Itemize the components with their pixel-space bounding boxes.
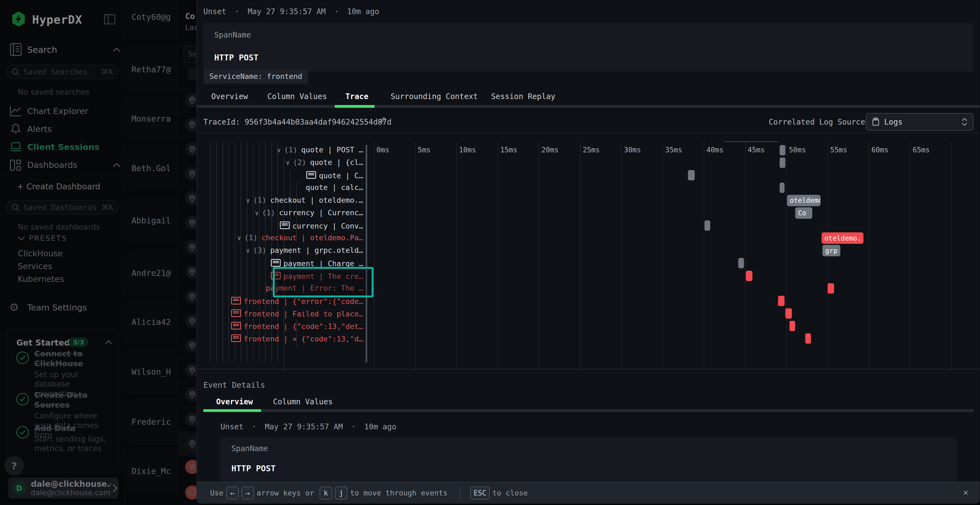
span-row-label[interactable]: frontend | Failed to place… (231, 309, 363, 318)
span-row-text: frontend | Failed to place… (243, 310, 363, 318)
grid-line (374, 141, 374, 369)
span-bar[interactable] (778, 296, 784, 306)
keyboard-hints-bar: Use ← → arrow keys or k j to move throug… (197, 481, 980, 503)
span-bar[interactable]: Co (795, 207, 812, 219)
log-event-icon (231, 322, 241, 329)
tab-session-replay[interactable]: Session Replay (491, 92, 555, 101)
event-status-line: Unset · May 27 9:35:57 AM · 10m ago (204, 7, 379, 16)
tick-label: 50ms (789, 146, 806, 154)
event-status-line: Unset · May 27 9:35:57 AM · 10m ago (221, 422, 396, 431)
child-count: (1) (244, 233, 258, 242)
esc-key[interactable]: ESC (470, 486, 490, 500)
span-bar[interactable]: grp (822, 245, 840, 256)
tick-label: 25ms (583, 146, 600, 154)
chevron-down-icon[interactable]: ∨ (237, 234, 241, 242)
tick-label: 60ms (871, 146, 889, 154)
close-icon[interactable]: ✕ (963, 487, 968, 497)
chevron-down-icon[interactable]: ∨ (277, 146, 281, 154)
span-row-label[interactable]: ∨(1)checkout | oteldemo.Pa… (237, 233, 363, 242)
chevron-down-icon[interactable]: ∨ (246, 247, 250, 254)
j-key[interactable]: j (335, 486, 347, 500)
correlated-log-source-label: Correlated Log Source (769, 118, 865, 127)
trace-id: TraceId: 956f3b4a44b03aa4daf946242554d87… (204, 118, 391, 127)
edit-pencil-icon[interactable]: ✎ (379, 115, 386, 126)
tab-column-values[interactable]: Column Values (267, 92, 327, 101)
span-name-value: HTTP POST (214, 53, 259, 62)
span-bar[interactable] (805, 333, 811, 344)
span-bar[interactable] (746, 271, 752, 281)
span-name-label: SpanName (231, 444, 268, 453)
span-bar[interactable] (780, 145, 785, 156)
arrow-right-key[interactable]: → (242, 486, 254, 500)
span-row-label[interactable]: frontend | {"code":13,"det… (231, 321, 363, 330)
grid-line (456, 141, 457, 369)
tick-label: 15ms (500, 146, 517, 154)
span-bar[interactable] (705, 221, 710, 231)
span-row-label[interactable]: quote | C… (306, 171, 363, 180)
span-row-label[interactable]: ∨(1)quote | POST … (277, 146, 363, 154)
service-name-chip[interactable]: ServiceName: frontend (204, 68, 308, 84)
grid-line (580, 141, 581, 369)
span-row-label[interactable]: frontend | ✕ {"code":13,"d… (231, 334, 363, 343)
child-count: (2) (293, 158, 306, 167)
indent-guide (228, 142, 229, 362)
span-bar[interactable] (789, 321, 795, 331)
tick-label: 5ms (418, 146, 431, 154)
event-timestamp: May 27 9:35:57 AM (248, 7, 326, 16)
span-bar[interactable] (780, 157, 785, 168)
span-row-text: currency | Currenc… (279, 208, 363, 217)
span-row-label[interactable]: ∨(3)payment | grpc.oteld… (246, 246, 363, 254)
span-bar[interactable] (688, 170, 694, 180)
span-bar[interactable]: oteldemo. (787, 195, 821, 206)
span-row-label[interactable]: frontend | {"error":{"code… (231, 296, 363, 306)
span-list-scrollbar[interactable] (366, 145, 367, 362)
hint-text: to close (492, 489, 528, 497)
k-key[interactable]: k (320, 486, 332, 500)
grid-line (704, 141, 704, 369)
divider (197, 369, 980, 370)
span-row-text: payment | grpc.oteld… (270, 246, 363, 254)
span-row-label[interactable]: ∨(2)quote | {cl… (286, 158, 363, 167)
tick-label: 55ms (830, 146, 848, 154)
grid-line (869, 141, 869, 369)
span-row-label[interactable]: ∨(1)checkout | oteldemo.… (246, 196, 363, 204)
arrow-left-key[interactable]: ← (226, 486, 239, 500)
span-bar[interactable] (780, 183, 784, 193)
tick-label: 0ms (377, 146, 389, 154)
timeline-scrollbar[interactable] (724, 141, 778, 142)
tick-label: 10ms (459, 146, 476, 154)
indent-guide (210, 142, 211, 362)
span-row-label[interactable]: payment | Charge … (271, 259, 363, 268)
tab-surrounding-context[interactable]: Surrounding Context (391, 92, 478, 101)
tab-trace[interactable]: Trace (345, 92, 368, 101)
span-row-text: quote | C… (319, 172, 363, 180)
span-bar[interactable] (827, 283, 834, 294)
chevron-down-icon[interactable]: ∨ (286, 159, 290, 167)
span-row-label[interactable]: quote | calc… (306, 183, 363, 192)
span-row-label[interactable]: ∨(1)currency | Currenc… (255, 208, 363, 217)
chevron-down-icon[interactable]: ∨ (255, 209, 259, 217)
tick-label: 45ms (748, 146, 765, 154)
log-event-icon (231, 334, 241, 342)
chevron-down-icon[interactable]: ∨ (246, 197, 250, 204)
indent-guide (223, 142, 223, 362)
span-row-text: frontend | {"code":13,"det… (243, 322, 363, 330)
grid-line (951, 141, 952, 369)
span-bar[interactable] (738, 258, 744, 268)
log-event-icon (231, 297, 241, 305)
span-bar[interactable]: oteldemo. (822, 232, 863, 244)
event-details-title: Event Details (204, 380, 265, 390)
log-source-select[interactable]: Logs (865, 113, 974, 130)
hint-text: arrow keys or (257, 489, 314, 497)
span-row-label[interactable]: currency | Conv… (280, 221, 363, 230)
grid-line (498, 141, 498, 369)
tab-overview[interactable]: Overview (211, 92, 248, 101)
status-unset: Unset (204, 7, 226, 16)
child-count: (1) (262, 208, 275, 217)
details-tab-column-values[interactable]: Column Values (273, 397, 332, 406)
details-tab-overview[interactable]: Overview (216, 397, 253, 406)
tick-label: 20ms (541, 146, 558, 154)
span-bar[interactable] (785, 308, 792, 319)
span-row-text: frontend | ✕ {"code":13,"d… (243, 335, 363, 343)
log-event-icon (231, 310, 241, 317)
